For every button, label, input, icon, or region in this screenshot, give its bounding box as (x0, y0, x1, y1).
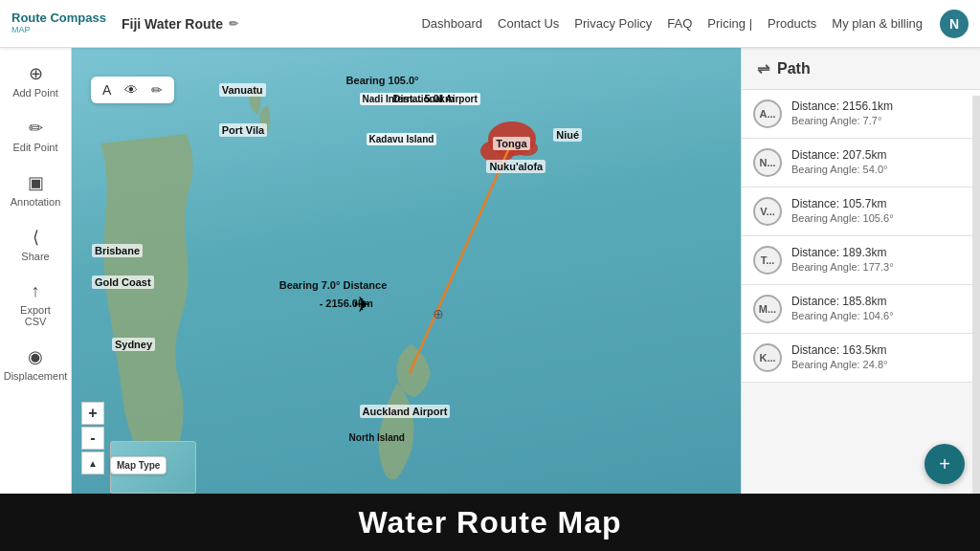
bearing-label-1: Bearing 105.0° (346, 75, 419, 86)
share-icon: ⟨ (33, 227, 39, 248)
nav-dashboard[interactable]: Dashboard (415, 12, 488, 34)
path-info-2: Distance: 105.7km Bearing Angle: 105.6° (791, 197, 969, 224)
brisbane-label: Brisbane (92, 244, 143, 257)
path-distance-1: Distance: 207.5km (791, 148, 969, 162)
annotation-icon: ▣ (28, 172, 44, 193)
logo-text: Route Compass (11, 11, 106, 25)
path-distance-5: Distance: 163.5km (791, 343, 969, 357)
path-bearing-4: Bearing Angle: 104.6° (791, 310, 969, 321)
nav-products[interactable]: Products (762, 12, 822, 34)
path-distance-0: Distance: 2156.1km (791, 99, 969, 113)
waypoint-circle-2: V... (753, 197, 782, 226)
niue-label: Niué (553, 128, 582, 142)
path-distance-3: Distance: 189.3km (791, 246, 969, 259)
nav-privacy[interactable]: Privacy Policy (568, 12, 657, 34)
eye-annotation-btn[interactable]: 👁 (121, 80, 142, 99)
panel-title: Path (777, 60, 811, 77)
north-island-label: North Island (346, 431, 408, 444)
path-info-0: Distance: 2156.1km Bearing Angle: 7.7° (791, 99, 969, 126)
export-csv-tool[interactable]: ↑ Export CSV (5, 274, 67, 335)
waypoint-circle-4: M... (753, 295, 782, 323)
route-title: Fiji Water Route ✏ (122, 16, 238, 32)
displacement-label: Displacement (4, 370, 68, 382)
panel-header: ⇌ Path (742, 48, 980, 90)
port-vila-label: Port Vila (219, 123, 267, 137)
nukualofa-label: Nuku'alofa (486, 160, 546, 173)
auckland-label: Auckland Airport (360, 405, 451, 418)
edit-point-tool[interactable]: ✏ Edit Point (5, 110, 67, 161)
map-container[interactable]: A 👁 ✏ Vanuatu Port Vila Niué Tonga Nuku'… (72, 48, 741, 494)
svg-line-3 (410, 142, 512, 373)
waypoint-circle-5: K... (753, 343, 782, 372)
path-item-2[interactable]: V... Distance: 105.7km Bearing Angle: 10… (742, 187, 980, 236)
displacement-icon: ◉ (28, 346, 43, 367)
toolbar: ⊕ Add Point ✏ Edit Point ▣ Annotation ⟨ … (0, 48, 72, 494)
right-panel: ⇌ Path A... Distance: 2156.1km Bearing A… (741, 48, 980, 494)
airplane-icon: ✈ (353, 293, 370, 318)
edit-route-icon[interactable]: ✏ (229, 17, 238, 31)
kadavu-label: Kadavu Island (367, 133, 437, 145)
path-bearing-1: Bearing Angle: 54.0° (791, 164, 969, 175)
path-bearing-0: Bearing Angle: 7.7° (791, 115, 969, 126)
bottom-title: Water Route Map (358, 505, 621, 540)
path-list[interactable]: A... Distance: 2156.1km Bearing Angle: 7… (742, 90, 980, 488)
logo-sub: MAP (11, 26, 106, 35)
path-info-1: Distance: 207.5km Bearing Angle: 54.0° (791, 148, 969, 175)
waypoint-circle-1: N... (753, 148, 782, 177)
path-bearing-3: Bearing Angle: 177.3° (791, 261, 969, 273)
bottom-banner: Water Route Map (0, 494, 980, 551)
cursor-indicator: ⊕ (433, 306, 444, 321)
path-icon: ⇌ (757, 59, 769, 77)
export-csv-icon: ↑ (32, 281, 40, 301)
displacement-tool[interactable]: ◉ Displacement (5, 339, 67, 389)
main-area: ⊕ Add Point ✏ Edit Point ▣ Annotation ⟨ … (0, 48, 980, 494)
zoom-in-btn[interactable]: + (81, 402, 104, 425)
map-type-btn[interactable]: Map Type (110, 456, 167, 474)
map-svg (72, 48, 741, 494)
path-item-3[interactable]: T... Distance: 189.3km Bearing Angle: 17… (742, 236, 980, 285)
annotation-tool[interactable]: ▣ Annotation (5, 165, 67, 215)
locate-btn[interactable]: ▲ (81, 452, 104, 474)
edit-point-icon: ✏ (29, 118, 43, 139)
text-annotation-btn[interactable]: A (99, 80, 115, 99)
edit-annotation-btn[interactable]: ✏ (147, 80, 167, 99)
vanuatu-label: Vanuatu (219, 83, 266, 97)
path-info-4: Distance: 185.8km Bearing Angle: 104.6° (791, 295, 969, 321)
edit-point-label: Edit Point (12, 142, 57, 153)
nav-faq[interactable]: FAQ (661, 12, 698, 34)
dist-label-1: Dist... 5.0km (393, 93, 455, 104)
path-item-5[interactable]: K... Distance: 163.5km Bearing Angle: 24… (742, 334, 980, 383)
path-info-3: Distance: 189.3km Bearing Angle: 177.3° (791, 246, 969, 273)
path-distance-4: Distance: 185.8km (791, 295, 969, 308)
nav-links: Dashboard Contact Us Privacy Policy FAQ … (415, 10, 969, 38)
path-item-1[interactable]: N... Distance: 207.5km Bearing Angle: 54… (742, 139, 980, 187)
path-info-5: Distance: 163.5km Bearing Angle: 24.8° (791, 343, 969, 370)
tonga-label: Tonga (493, 137, 529, 150)
path-item-0[interactable]: A... Distance: 2156.1km Bearing Angle: 7… (742, 90, 980, 139)
add-point-icon: ⊕ (29, 63, 43, 84)
header: Route Compass MAP Fiji Water Route ✏ Das… (0, 0, 980, 48)
annotation-toolbar: A 👁 ✏ (91, 77, 174, 103)
fab-button[interactable]: + (924, 444, 965, 484)
map-controls: + - ▲ (81, 402, 104, 474)
path-bearing-2: Bearing Angle: 105.6° (791, 212, 969, 224)
export-csv-label: Export CSV (9, 304, 63, 327)
zoom-out-btn[interactable]: - (81, 427, 104, 450)
waypoint-circle-3: T... (753, 246, 782, 275)
share-tool[interactable]: ⟨ Share (5, 219, 67, 270)
nav-billing[interactable]: My plan & billing (826, 12, 928, 34)
nav-pricing[interactable]: Pricing | (702, 12, 758, 34)
share-label: Share (21, 251, 49, 262)
bearing-label-2: Bearing 7.0° Distance (279, 279, 388, 291)
path-item-4[interactable]: M... Distance: 185.8km Bearing Angle: 10… (742, 285, 980, 334)
path-bearing-5: Bearing Angle: 24.8° (791, 359, 969, 370)
gold-coast-label: Gold Coast (92, 276, 154, 289)
logo-area: Route Compass MAP (11, 11, 106, 34)
path-distance-2: Distance: 105.7km (791, 197, 969, 210)
waypoint-circle-0: A... (753, 99, 782, 128)
sydney-label: Sydney (112, 338, 155, 351)
add-point-tool[interactable]: ⊕ Add Point (5, 55, 67, 106)
user-avatar[interactable]: N (940, 10, 969, 38)
annotation-label: Annotation (11, 196, 61, 208)
nav-contact[interactable]: Contact Us (492, 12, 565, 34)
